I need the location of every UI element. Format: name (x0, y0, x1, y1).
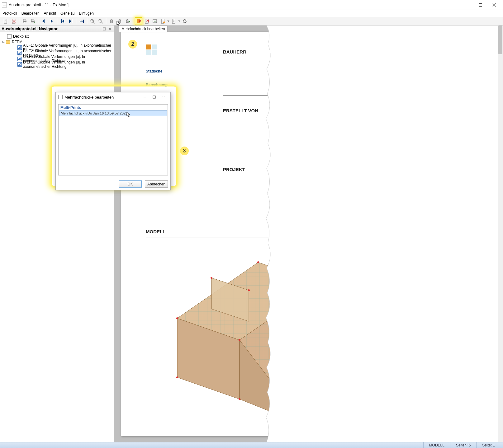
list-item-selected[interactable]: Mehrfachdruck #Do Jan 16 13:59:57 2025 (59, 110, 167, 116)
app-doc-icon (2, 2, 7, 7)
graph-icon (17, 51, 22, 56)
minimize-button[interactable] (460, 0, 474, 10)
svg-point-61 (239, 398, 240, 400)
goto-button[interactable] (78, 17, 85, 25)
menu-ansicht[interactable]: Ansicht (44, 11, 56, 16)
menu-einfuegen[interactable]: Einfügen (79, 11, 93, 16)
navigator-title: Ausdruckprotokoll-Navigator (2, 26, 101, 31)
svg-point-57 (239, 339, 240, 341)
callout-badge-2: 2 (128, 40, 137, 49)
folder-icon (6, 40, 11, 44)
dialog-titlebar[interactable]: Mehrfachdrucke bearbeiten (56, 92, 170, 102)
nav-prev-button[interactable] (40, 17, 47, 25)
graph-icon (17, 62, 22, 67)
export-pdf-button[interactable]: PDF (143, 17, 150, 25)
svg-point-39 (163, 21, 165, 23)
status-seite: Seite: 1 (476, 442, 501, 448)
document-icon (7, 34, 12, 39)
svg-point-63 (248, 289, 250, 291)
status-seiten: Seiten: 5 (450, 442, 476, 448)
navigator-close-icon[interactable] (108, 27, 112, 31)
nav-next-button[interactable] (48, 17, 55, 25)
close-button[interactable] (487, 0, 501, 10)
label-bauherr: BAUHERR (223, 49, 246, 54)
svg-rect-25 (110, 21, 113, 23)
titlebar: Ausdruckprotokoll - [ 1 - Ex Mod ] (0, 0, 503, 10)
export-button[interactable] (151, 17, 159, 25)
nav-last-button[interactable] (67, 17, 74, 25)
print-direct-button[interactable] (29, 17, 36, 25)
status-modell: MODELL (423, 442, 450, 448)
maximize-button[interactable] (474, 0, 487, 10)
dialog-maximize-button[interactable] (150, 94, 159, 100)
graph-icon (17, 45, 22, 50)
toolbar: PDF Mehrfachdruck bearbeiten (0, 17, 503, 26)
print-button[interactable] (21, 17, 28, 25)
torn-edge-mask (270, 26, 498, 442)
toolbar-tooltip: Mehrfachdruck bearbeiten (119, 26, 168, 32)
svg-line-19 (93, 22, 95, 23)
template-dropdown[interactable] (167, 19, 169, 24)
new-button[interactable] (2, 17, 9, 25)
zoom-in-button[interactable] (89, 17, 96, 25)
svg-rect-65 (153, 96, 155, 98)
window-title: Ausdruckprotokoll - [ 1 - Ex Mod ] (9, 2, 460, 7)
logo-icon (146, 44, 157, 55)
multiprint-edit-button[interactable] (135, 17, 142, 25)
multiprint-dialog: Mehrfachdrucke bearbeiten Multi-Prints M… (55, 92, 171, 190)
dialog-doc-icon (58, 95, 63, 99)
navigator-header: Ausdruckprotokoll-Navigator (0, 26, 114, 32)
nav-first-button[interactable] (59, 17, 66, 25)
expand-icon[interactable] (2, 40, 5, 44)
svg-rect-44 (103, 28, 106, 30)
label-projekt: PROJEKT (223, 167, 245, 172)
svg-point-62 (211, 277, 212, 279)
status-bar: MODELL Seiten: 5 Seite: 1 (0, 442, 503, 448)
lock-button[interactable] (108, 17, 115, 25)
navigator-panel: Ausdruckprotokoll-Navigator Deckblatt RF… (0, 26, 114, 442)
tree-node-d[interactable]: D LF12: Globale Verformungen |u|, In axo… (0, 62, 114, 67)
dialog-title: Mehrfachdrucke bearbeiten (64, 95, 140, 100)
scrollbar-thumb[interactable] (498, 26, 502, 54)
template-button[interactable] (159, 17, 167, 25)
list-section-header: Multi-Prints (59, 105, 168, 110)
graph-icon (17, 56, 22, 61)
menu-gehezu[interactable]: Gehe zu (60, 11, 74, 16)
svg-line-23 (102, 22, 103, 23)
svg-rect-30 (137, 19, 138, 23)
svg-point-60 (176, 376, 178, 378)
lock-add-button[interactable] (124, 17, 131, 25)
label-erstellt: ERSTELLT VON (223, 108, 258, 113)
dialog-minimize-button[interactable] (140, 94, 149, 100)
svg-rect-1 (479, 3, 482, 6)
label-modell: MODELL (146, 229, 165, 234)
svg-rect-27 (126, 21, 128, 23)
zoom-out-button[interactable] (97, 17, 104, 25)
svg-rect-12 (23, 22, 26, 23)
callout-badge-3: 3 (180, 147, 189, 155)
multiprint-list[interactable]: Multi-Prints Mehrfachdruck #Do Jan 16 13… (58, 104, 168, 175)
refresh-button[interactable] (181, 17, 188, 25)
svg-point-54 (176, 317, 178, 319)
navigator-pin-icon[interactable] (102, 27, 107, 31)
svg-rect-40 (172, 19, 175, 23)
menubar: Protokoll Bearbeiten Ansicht Gehe zu Ein… (0, 10, 503, 17)
tree-node-deckblatt[interactable]: Deckblatt (0, 34, 114, 39)
vertical-scrollbar[interactable] (498, 26, 503, 442)
svg-text:PDF: PDF (145, 19, 149, 23)
svg-rect-31 (138, 19, 139, 23)
svg-rect-11 (23, 19, 26, 21)
delete-button[interactable] (10, 17, 17, 25)
page-title: StatischeBerechnung (146, 61, 168, 89)
svg-point-55 (257, 261, 259, 263)
list-button[interactable] (170, 17, 178, 25)
cancel-button[interactable]: Abbrechen (145, 180, 168, 188)
menu-protokoll[interactable]: Protokoll (2, 11, 17, 16)
list-dropdown[interactable] (178, 19, 180, 24)
cursor-icon (126, 112, 131, 117)
svg-rect-14 (31, 19, 34, 21)
dialog-close-button[interactable] (159, 94, 168, 100)
svg-rect-4 (4, 19, 7, 23)
ok-button[interactable]: OK (119, 180, 142, 188)
menu-bearbeiten[interactable]: Bearbeiten (21, 11, 40, 16)
